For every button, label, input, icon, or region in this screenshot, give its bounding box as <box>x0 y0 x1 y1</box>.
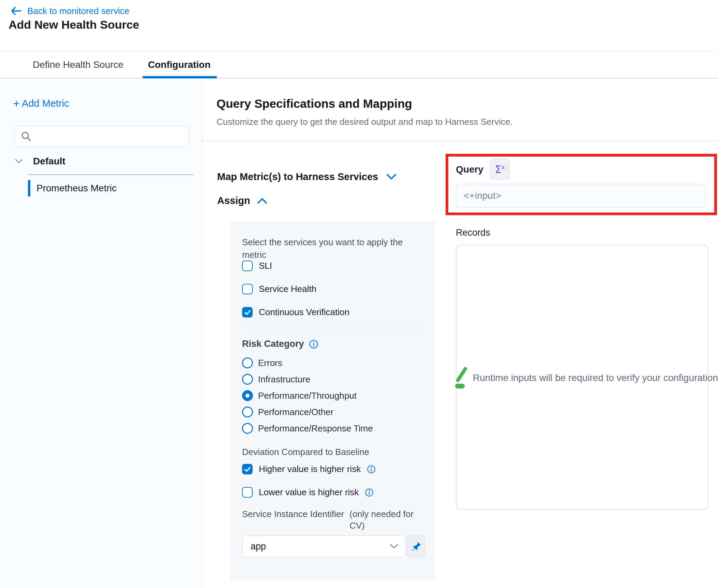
chevron-down-icon <box>15 159 23 164</box>
checkbox-label: SLI <box>259 261 272 271</box>
assign-label: Assign <box>217 195 250 206</box>
search-input[interactable] <box>36 131 182 142</box>
service-instance-dropdown[interactable]: app <box>242 535 406 557</box>
checkbox-icon <box>242 261 253 271</box>
dropdown-value: app <box>251 541 389 552</box>
pin-icon <box>410 541 422 552</box>
query-label: Query <box>456 164 483 175</box>
search-icon <box>21 131 32 142</box>
radio-performance-throughput[interactable]: Performance/Throughput <box>242 390 357 401</box>
assign-section-toggle[interactable]: Assign <box>217 195 267 206</box>
runtime-input-icon <box>454 366 468 390</box>
info-icon[interactable] <box>309 339 318 349</box>
sidebar-item-prometheus-metric[interactable]: Prometheus Metric <box>28 180 117 196</box>
section-heading: Query Specifications and Mapping <box>216 97 412 111</box>
expression-builder-button[interactable]: Σx <box>490 159 510 180</box>
radio-icon <box>242 357 253 368</box>
radio-label: Performance/Other <box>258 407 333 417</box>
map-metrics-section-toggle[interactable]: Map Metric(s) to Harness Services <box>217 171 397 182</box>
metrics-sidebar: + Add Metric Default Prometheus Metric <box>0 79 203 588</box>
chevron-down-icon <box>386 174 397 180</box>
checkbox-checked-icon <box>242 307 253 318</box>
fixed-value-pin-button[interactable] <box>407 535 425 557</box>
checkbox-icon <box>242 487 253 498</box>
runtime-message-text: Runtime inputs will be required to verif… <box>473 372 718 383</box>
query-highlight-box: Query Σx <+input> <box>446 154 717 215</box>
add-metric-button[interactable]: + Add Metric <box>13 98 69 109</box>
checkbox-label: Higher value is higher risk <box>259 464 361 474</box>
sigma-icon: Σx <box>495 163 505 175</box>
page-title: Add New Health Source <box>9 18 139 31</box>
checkbox-lower-value-higher-risk[interactable]: Lower value is higher risk <box>242 487 374 498</box>
checkbox-checked-icon <box>242 464 253 474</box>
checkbox-icon <box>242 284 253 294</box>
checkbox-label: Lower value is higher risk <box>259 487 359 498</box>
tab-define-health-source[interactable]: Define Health Source <box>33 52 123 78</box>
assign-panel: Select the services you want to apply th… <box>230 221 435 580</box>
metric-item-label: Prometheus Metric <box>36 180 117 196</box>
radio-performance-other[interactable]: Performance/Other <box>242 407 333 417</box>
services-prompt: Select the services you want to apply th… <box>242 236 418 261</box>
records-label: Records <box>456 227 490 238</box>
checkbox-continuous-verification[interactable]: Continuous Verification <box>242 307 349 318</box>
map-metrics-label: Map Metric(s) to Harness Services <box>217 171 378 182</box>
service-instance-note: (only needed for CV) <box>349 508 423 531</box>
checkbox-label: Service Health <box>259 284 316 294</box>
radio-label: Performance/Response Time <box>258 423 373 434</box>
tab-configuration[interactable]: Configuration <box>148 52 211 78</box>
radio-errors[interactable]: Errors <box>242 357 282 368</box>
info-icon[interactable] <box>365 488 374 497</box>
back-link-label: Back to monitored service <box>27 6 129 16</box>
query-input[interactable]: <+input> <box>456 184 705 208</box>
radio-selected-icon <box>242 390 253 401</box>
section-subheading: Customize the query to get the desired o… <box>216 117 513 127</box>
info-icon[interactable] <box>367 465 376 474</box>
chevron-down-icon <box>389 544 399 549</box>
back-arrow-icon <box>10 6 22 16</box>
radio-label: Infrastructure <box>258 374 310 385</box>
service-instance-label: Service Instance Identifier <box>242 508 348 520</box>
radio-performance-response-time[interactable]: Performance/Response Time <box>242 423 373 434</box>
heading-divider <box>203 141 718 141</box>
risk-category-header: Risk Category <box>242 339 318 349</box>
risk-category-label: Risk Category <box>242 339 304 349</box>
panel-divider <box>242 328 424 328</box>
chevron-up-icon <box>257 197 267 204</box>
checkbox-label: Continuous Verification <box>259 307 349 318</box>
group-label: Default <box>33 156 65 167</box>
plus-icon: + <box>13 98 20 109</box>
add-metric-label: Add Metric <box>22 98 69 109</box>
checkbox-sli[interactable]: SLI <box>242 261 272 271</box>
sidebar-group-default[interactable]: Default <box>15 155 65 168</box>
group-divider <box>28 174 194 175</box>
radio-infrastructure[interactable]: Infrastructure <box>242 374 310 385</box>
deviation-label: Deviation Compared to Baseline <box>242 447 369 457</box>
main-content: Query Specifications and Mapping Customi… <box>203 79 718 588</box>
checkbox-higher-value-higher-risk[interactable]: Higher value is higher risk <box>242 464 376 474</box>
radio-icon <box>242 423 253 434</box>
back-link[interactable]: Back to monitored service <box>10 5 129 17</box>
metric-search-box[interactable] <box>14 126 189 147</box>
selected-item-indicator <box>28 180 30 196</box>
radio-label: Performance/Throughput <box>258 391 357 401</box>
checkbox-service-health[interactable]: Service Health <box>242 284 316 294</box>
radio-icon <box>242 407 253 417</box>
radio-label: Errors <box>258 358 282 368</box>
add-health-source-page: Back to monitored service Add New Health… <box>0 0 718 588</box>
radio-icon <box>242 374 253 385</box>
query-input-value: <+input> <box>464 190 501 201</box>
active-tab-underline <box>143 76 217 78</box>
tab-bar: Define Health Source Configuration <box>0 51 718 78</box>
runtime-input-message: Runtime inputs will be required to verif… <box>454 366 718 390</box>
